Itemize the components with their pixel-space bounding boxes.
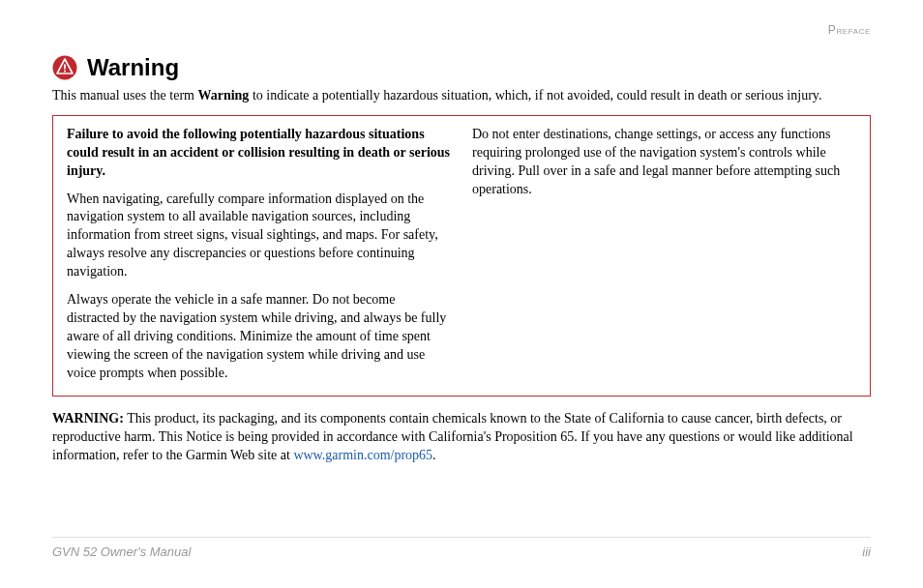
warning-left-p1: Failure to avoid the following potential… [67, 126, 451, 181]
page: Preface Warning This manual uses the ter… [0, 0, 923, 588]
warning-right-p1: Do not enter destinations, change settin… [472, 126, 856, 199]
footer-divider [52, 537, 871, 538]
warning-icon [52, 55, 77, 80]
warning-col-left: Failure to avoid the following potential… [67, 126, 451, 383]
page-title: Warning [87, 54, 179, 81]
svg-rect-2 [64, 71, 66, 73]
intro-bold: Warning [197, 88, 249, 103]
intro-prefix: This manual uses the term [52, 88, 197, 103]
intro-paragraph: This manual uses the term Warning to ind… [52, 87, 871, 105]
intro-suffix: to indicate a potentially hazardous situ… [249, 88, 821, 103]
post-warning-label: WARNING: [52, 411, 124, 426]
post-warning-text-after: . [432, 448, 436, 462]
footer: GVN 52 Owner's Manual iii [52, 544, 871, 559]
header-section-label: Preface [828, 23, 871, 37]
prop65-link[interactable]: www.garmin.com/prop65 [293, 448, 432, 462]
warning-left-p3: Always operate the vehicle in a safe man… [67, 291, 451, 382]
footer-left: GVN 52 Owner's Manual [52, 544, 191, 559]
post-warning-paragraph: WARNING: This product, its packaging, an… [52, 410, 871, 465]
footer-page-number: iii [862, 544, 871, 559]
title-row: Warning [52, 54, 871, 81]
warning-left-p2: When navigating, carefully compare infor… [67, 191, 451, 281]
warning-columns: Failure to avoid the following potential… [67, 126, 856, 383]
warning-col-right: Do not enter destinations, change settin… [472, 126, 856, 383]
warning-box: Failure to avoid the following potential… [52, 115, 871, 397]
post-warning-text-before: This product, its packaging, and its com… [52, 411, 853, 462]
svg-rect-1 [64, 65, 66, 70]
